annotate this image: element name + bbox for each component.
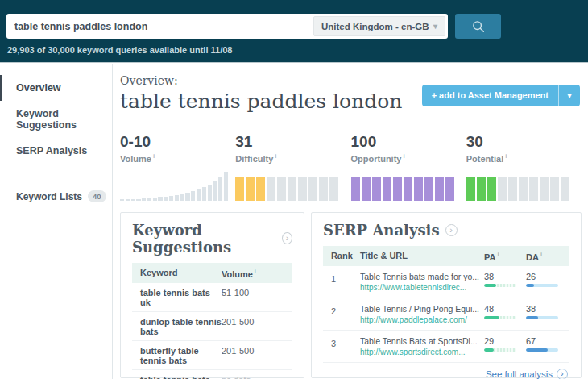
gauge-segment (508, 177, 517, 201)
gauge-segment (477, 177, 486, 201)
suggestion-row[interactable]: table tennis bats uk51-100 (132, 283, 292, 312)
suggestion-row[interactable]: dunlop table tennis bats201-500 (132, 312, 292, 341)
info-icon[interactable]: i (497, 251, 499, 258)
volume-bar (169, 196, 173, 201)
column-da: DAi (526, 251, 561, 262)
info-icon[interactable]: i (540, 251, 542, 258)
volume-bar (142, 198, 146, 201)
cards-row: Keyword Suggestions › Keyword Volumei ta… (114, 201, 588, 378)
gauge-segment (487, 177, 496, 201)
volume-bar (147, 198, 151, 201)
gauge-segment (372, 177, 381, 201)
volume-bar (164, 197, 168, 201)
column-title-url: Title & URL (360, 251, 484, 262)
suggestion-keyword[interactable]: table tennis bats ebay (140, 375, 222, 379)
serp-result-title: Table Tennis bats made for yo... (360, 272, 479, 281)
potential-value: 30 (466, 133, 582, 151)
gauge-segment (383, 177, 391, 201)
volume-bar (224, 172, 228, 201)
potential-label: Potentiali (466, 152, 582, 164)
see-full-analysis-link[interactable]: See full analysis › (323, 363, 569, 379)
gauge-segment (308, 177, 317, 201)
volume-bar (153, 198, 157, 201)
suggestion-keyword[interactable]: butterfly table tennis bats (140, 346, 222, 365)
sidebar-item-keyword-suggestions[interactable]: Keyword Suggestions (0, 101, 112, 138)
suggestions-body: table tennis bats uk51-100dunlop table t… (132, 283, 292, 379)
da-bar (526, 284, 558, 287)
da-bar-fill (526, 284, 534, 287)
volume-bar (191, 191, 195, 201)
volume-value: 0-10 (120, 133, 235, 151)
da-bar (526, 348, 558, 352)
serp-result-url[interactable]: http://www.sportsdirect.com... (360, 348, 479, 356)
search-button[interactable] (455, 14, 501, 39)
info-icon[interactable]: i (153, 152, 155, 160)
gauge-segment (445, 177, 454, 201)
sidebar-item-serp-analysis[interactable]: SERP Analysis (0, 138, 112, 164)
gauge-segment (529, 177, 538, 201)
suggestion-row[interactable]: table tennis bats ebayno data (132, 370, 292, 379)
serp-result-url[interactable]: http://www.paddlepalace.com/ (360, 315, 479, 324)
info-icon[interactable]: i (403, 152, 404, 160)
sidebar-item-overview[interactable]: Overview (0, 75, 112, 101)
keyword-search-input[interactable] (6, 14, 313, 39)
info-icon[interactable]: i (255, 268, 256, 275)
pa-bar (484, 348, 516, 352)
locale-dropdown[interactable]: United Kingdom - en-GB ▾ (313, 16, 445, 36)
chevron-right-icon[interactable]: › (282, 232, 292, 244)
gauge-segment (550, 177, 559, 201)
serp-result-row: 3Table Tennis Bats at SportsDi...http://… (323, 331, 569, 363)
keyword-lists-label: Keyword Lists (16, 191, 82, 202)
suggestion-row[interactable]: butterfly table tennis bats201-500 (132, 341, 292, 370)
column-volume: Volumei (222, 268, 284, 279)
serp-result-url[interactable]: https://www.tabletennisdirec... (360, 283, 479, 292)
serp-pa-score: 38 (484, 272, 526, 292)
suggestion-keyword[interactable]: dunlop table tennis bats (140, 317, 222, 336)
serp-result-row: 2Table Tennis / Ping Pong Equi...http://… (323, 298, 569, 331)
volume-bar (120, 199, 124, 201)
volume-bar (208, 185, 212, 201)
volume-histogram (120, 169, 228, 201)
da-value: 38 (526, 304, 561, 314)
add-button-label[interactable]: + add to Asset Management (422, 85, 559, 106)
gauge-segment (277, 177, 286, 201)
da-value: 67 (526, 336, 561, 346)
gauge-segment (414, 177, 423, 201)
keyword-lists-count-badge: 40 (88, 190, 106, 202)
pa-bar (484, 316, 516, 319)
volume-bar (202, 187, 206, 201)
sidebar-item-keyword-lists[interactable]: Keyword Lists 40 (16, 190, 112, 202)
volume-label: Volumei (120, 152, 235, 164)
column-keyword: Keyword (140, 268, 222, 279)
pa-bar-fill (484, 316, 499, 319)
gauge-segment (351, 177, 360, 201)
chevron-down-icon[interactable]: ▾ (559, 85, 580, 106)
volume-bar (180, 194, 184, 201)
column-pa: PAi (484, 251, 526, 262)
suggestion-keyword[interactable]: table tennis bats uk (140, 288, 222, 307)
serp-rank: 1 (331, 272, 360, 292)
opportunity-label: Opportunityi (351, 152, 466, 164)
info-icon[interactable]: i (505, 152, 507, 160)
serp-result-title: Table Tennis / Ping Pong Equi... (360, 304, 479, 314)
serp-da-score: 38 (526, 304, 561, 324)
chevron-right-icon[interactable]: › (445, 224, 458, 236)
locale-dropdown-value: United Kingdom - en-GB (321, 22, 429, 31)
gauge-segment (256, 177, 265, 201)
search-icon (471, 19, 486, 34)
gauge-segment (519, 177, 528, 201)
opportunity-value: 100 (351, 133, 466, 151)
column-rank: Rank (331, 251, 360, 262)
add-to-asset-management-button[interactable]: + add to Asset Management ▾ (422, 85, 580, 106)
search-bar: United Kingdom - en-GB ▾ (6, 14, 448, 39)
info-icon[interactable]: i (275, 152, 276, 160)
main-content: Overview: table tennis paddles london + … (114, 64, 588, 379)
gauge-segment (288, 177, 296, 201)
serp-title-url: Table Tennis bats made for yo...https://… (360, 272, 484, 292)
volume-bar (185, 193, 189, 201)
da-bar-fill (526, 348, 548, 352)
metrics-row: 0-10 Volumei 31 Difficultyi 100 Opportun… (114, 123, 588, 201)
serp-table-header: Rank Title & URL PAi DAi (323, 246, 569, 267)
suggestion-volume: no data (222, 375, 284, 379)
pa-bar (484, 284, 516, 287)
